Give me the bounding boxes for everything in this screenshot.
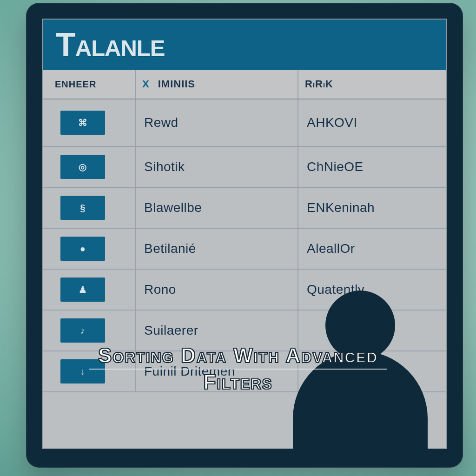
row-icon-tile[interactable]: ● (60, 237, 105, 261)
row-value: AHKOVI (307, 115, 357, 130)
section-icon: § (80, 203, 86, 213)
row-name: Fuinil Dritemen (144, 364, 235, 379)
row-icon-cell: ↓ (43, 351, 136, 391)
row-name: Sihotik (144, 159, 185, 174)
row-value-cell (298, 311, 446, 350)
table-row[interactable]: ⌘ Rewd AHKOVI (43, 99, 446, 147)
row-icon-tile[interactable]: § (60, 196, 105, 220)
row-name-cell: Rono (136, 270, 298, 310)
row-name-cell: Suilaerer (136, 311, 298, 350)
row-icon-tile[interactable]: ⌘ (60, 111, 105, 135)
row-icon-cell: ◎ (43, 147, 136, 187)
header-col-2-label: IMINIIS (158, 78, 195, 90)
app-panel: Talanle ENHEER X IMINIIS RiRiK ⌘ (42, 19, 447, 449)
pawn-icon: ♟ (79, 284, 87, 295)
row-value-cell: ENKeninah (298, 188, 446, 228)
table-row[interactable]: ◎ Sihotik ChNieOE (43, 147, 446, 188)
table-row[interactable]: ● Betilanié AleallOr (43, 229, 446, 270)
table-row[interactable]: ♪ Suilaerer (43, 311, 446, 351)
row-name: Blawellbe (144, 200, 202, 215)
row-value-cell: AHKOVI (298, 99, 446, 146)
row-value: ENKeninah (307, 200, 375, 215)
header-col-1-label: ENHEER (55, 79, 96, 90)
device-frame: Talanle ENHEER X IMINIIS RiRiK ⌘ (26, 3, 463, 468)
table-row[interactable]: ♟ Rono Quatently (43, 270, 446, 311)
header-col-1[interactable]: ENHEER (43, 70, 136, 99)
app-title: Talanle (56, 28, 165, 61)
row-value-cell: ChNieOE (298, 147, 446, 187)
row-icon-cell: ♟ (43, 270, 136, 310)
row-value-cell: AleallOr (298, 229, 446, 269)
row-icon-tile[interactable]: ♟ (60, 278, 105, 302)
note-icon: ♪ (80, 325, 86, 336)
header-col-3[interactable]: RiRiK (298, 70, 446, 99)
row-value: Quatently (307, 282, 364, 297)
row-icon-tile[interactable]: ↓ (60, 359, 105, 383)
title-bar: Talanle (43, 20, 446, 70)
row-name-cell: Fuinil Dritemen (136, 351, 298, 391)
row-icon-cell: ♪ (43, 311, 136, 350)
row-name-cell: Sihotik (136, 147, 298, 187)
row-value: ChNieOE (307, 159, 364, 174)
row-icon-cell: ⌘ (43, 99, 136, 146)
row-name-cell: Blawellbe (136, 188, 298, 228)
row-name: Rewd (144, 115, 178, 130)
header-col-3-label: RiRiK (305, 78, 333, 90)
table-body: ⌘ Rewd AHKOVI ◎ Sihotik (43, 99, 446, 392)
row-name-cell: Betilanié (136, 229, 298, 269)
row-icon-tile[interactable]: ◎ (60, 155, 105, 179)
row-name: Betilanié (144, 241, 196, 256)
row-icon-tile[interactable]: ♪ (60, 318, 105, 343)
row-value: AleallOr (307, 241, 355, 256)
table-header: ENHEER X IMINIIS RiRiK (43, 70, 446, 99)
row-value-cell: Quatently (298, 270, 446, 310)
dot-icon: ● (80, 244, 86, 254)
arrow-down-icon: ↓ (80, 366, 86, 377)
table-row[interactable]: ↓ Fuinil Dritemen (43, 351, 446, 392)
row-icon-cell: § (43, 188, 136, 228)
row-name: Suilaerer (144, 323, 198, 338)
row-name: Rono (144, 282, 176, 297)
header-col-2[interactable]: X IMINIIS (136, 70, 298, 99)
close-filter-icon[interactable]: X (142, 78, 150, 90)
row-value-cell (298, 351, 446, 391)
table-row[interactable]: § Blawellbe ENKeninah (43, 188, 446, 229)
row-icon-cell: ● (43, 229, 136, 269)
ring-icon: ◎ (79, 161, 87, 172)
generic-icon: ⌘ (78, 117, 88, 128)
row-name-cell: Rewd (136, 99, 298, 146)
